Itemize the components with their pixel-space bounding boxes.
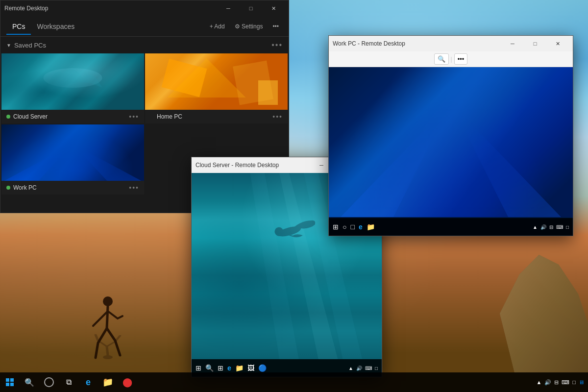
remote-cortana-icon[interactable]: ○ <box>343 223 346 231</box>
cloud-edge-icon[interactable]: e <box>227 364 231 372</box>
rd-app-minimize-button[interactable]: ─ <box>217 0 240 16</box>
cloud-notification-icon: □ <box>375 366 378 371</box>
remote-folder-icon[interactable]: 📁 <box>367 223 375 231</box>
cloud-taskview-icon[interactable]: ⊞ <box>218 364 223 372</box>
taskbar-taskview-button[interactable]: ⧉ <box>59 372 78 392</box>
remote-taskview-icon[interactable]: □ <box>350 223 354 231</box>
taskbar-edge-button[interactable]: e <box>78 372 98 392</box>
pc-card-home-pc[interactable]: Home PC ••• <box>145 53 288 123</box>
taskbar-search-button[interactable]: 🔍 <box>20 372 39 392</box>
more-button[interactable]: ••• <box>269 21 283 32</box>
svg-marker-6 <box>451 102 561 217</box>
saved-pcs-more-button[interactable]: ••• <box>271 41 283 49</box>
svg-point-13 <box>103 355 113 359</box>
remote-start-icon[interactable]: ⊞ <box>333 223 339 231</box>
cloud-search-icon[interactable]: 🔍 <box>205 364 214 372</box>
battery-tray-icon[interactable]: ⊟ <box>554 379 559 386</box>
pc-more-work-pc[interactable]: ••• <box>129 184 139 192</box>
remote-keyboard-icon: ⌨ <box>556 224 563 230</box>
tab-workspaces[interactable]: Workspaces <box>31 19 80 34</box>
remote-edge-icon[interactable]: e <box>359 223 363 231</box>
svg-marker-15 <box>500 255 588 372</box>
work-pc-toolbar-more[interactable]: ••• <box>454 53 468 65</box>
chevron-down-icon: ▼ <box>6 43 11 48</box>
remote-notification-icon: □ <box>566 224 569 230</box>
pc-label-cloud-server: Cloud Server ••• <box>1 110 144 123</box>
pc-name-work-pc: Work PC <box>13 184 129 191</box>
rd-app-tabs: PCs Workspaces + Add ⚙ Settings ••• <box>0 16 289 37</box>
work-pc-thumbnail <box>1 124 144 181</box>
pc-thumb-home-pc <box>145 53 288 110</box>
cloud-folder-icon[interactable]: 📁 <box>235 364 244 372</box>
pc-more-home-pc[interactable]: ••• <box>272 113 283 121</box>
settings-button[interactable]: ⚙ Settings <box>231 21 267 32</box>
remote-desktop-tray-icon[interactable]: 🖥 <box>579 379 584 385</box>
rd-app-close-button[interactable]: ✕ <box>262 0 285 16</box>
work-pc-remote-taskbar: ⊞ ○ □ e 📁 ▲ 🔊 ⊟ ⌨ □ <box>329 218 573 236</box>
cloud-photo-icon[interactable]: 🖼 <box>247 364 254 372</box>
status-dot-work-pc <box>6 186 10 190</box>
add-button[interactable]: + Add <box>206 21 229 32</box>
zoom-icon: 🔍 <box>438 55 445 63</box>
work-pc-window-title: Work PC - Remote Desktop <box>333 40 501 47</box>
rd-app-toolbar: + Add ⚙ Settings ••• <box>206 21 283 32</box>
edge-icon: e <box>86 377 91 388</box>
taskbar-folder-button[interactable]: 📁 <box>98 372 118 392</box>
remote-taskbar-right: ▲ 🔊 ⊟ ⌨ □ <box>533 224 569 230</box>
rd-app-titlebar: Remote Desktop ─ □ ✕ <box>0 0 289 16</box>
sound-tray-icon[interactable]: 🔊 <box>544 379 551 386</box>
folder-icon: 📁 <box>102 377 113 388</box>
remote-sound-icon: 🔊 <box>540 224 546 230</box>
svg-point-12 <box>103 296 113 306</box>
pc-more-cloud-server[interactable]: ••• <box>129 113 139 121</box>
rd-app-window-controls: ─ □ ✕ <box>217 0 285 16</box>
work-pc-remote-toolbar: 🔍 | ••• <box>329 51 573 67</box>
cloud-app-icon[interactable]: 🔵 <box>258 364 267 372</box>
pc-card-cloud-server[interactable]: Cloud Server ••• <box>1 53 144 123</box>
svg-marker-1 <box>168 58 246 98</box>
work-pc-minimize-button[interactable]: ─ <box>501 36 524 51</box>
work-pc-remote-content[interactable] <box>329 67 573 217</box>
windows10-wallpaper-beam <box>353 112 548 202</box>
keyboard-tray-icon[interactable]: ⌨ <box>562 379 569 386</box>
start-button[interactable] <box>0 372 20 392</box>
rd-app-title: Remote Desktop <box>4 5 217 12</box>
taskbar-cortana-button[interactable] <box>39 372 59 392</box>
tab-pcs[interactable]: PCs <box>6 19 31 34</box>
pc-name-home-pc: Home PC <box>157 113 272 120</box>
runner-silhouette <box>88 294 127 368</box>
cloud-server-window-title: Cloud Server - Remote Desktop <box>196 162 310 169</box>
work-pc-maximize-button[interactable]: □ <box>524 36 546 51</box>
taskbar-app-button[interactable]: ⬤ <box>118 372 137 392</box>
svg-point-10 <box>276 224 302 238</box>
pc-thumb-cloud-server <box>1 53 144 110</box>
cloud-keyboard-icon: ⌨ <box>365 366 372 371</box>
work-pc-titlebar: Work PC - Remote Desktop ─ □ ✕ <box>329 36 573 51</box>
taskbar: 🔍 ⧉ e 📁 ⬤ ▲ 🔊 ⊟ ⌨ □ 🖥 <box>0 372 588 392</box>
pc-name-cloud-server: Cloud Server <box>13 113 129 120</box>
toolbar-divider: | <box>451 56 452 63</box>
network-tray-icon[interactable]: ▲ <box>536 379 541 385</box>
svg-marker-4 <box>73 144 142 181</box>
windows-logo-icon <box>6 378 14 386</box>
system-tray: ▲ 🔊 ⊟ ⌨ □ 🖥 <box>536 379 588 386</box>
svg-marker-8 <box>250 173 298 359</box>
cloud-start-icon[interactable]: ⊞ <box>196 364 201 372</box>
pc-thumb-work-pc <box>1 124 144 181</box>
home-pc-thumbnail <box>145 53 288 110</box>
pc-label-home-pc: Home PC ••• <box>145 110 288 123</box>
pc-label-work-pc: Work PC ••• <box>1 181 144 195</box>
cloud-taskbar-right: ▲ 🔊 ⌨ □ <box>348 366 378 371</box>
svg-point-0 <box>44 68 102 88</box>
app-icon: ⬤ <box>122 377 132 388</box>
rd-app-maximize-button[interactable]: □ <box>240 0 262 16</box>
search-icon: 🔍 <box>24 378 34 387</box>
saved-pcs-header: ▼ Saved PCs ••• <box>0 37 289 53</box>
work-pc-close-button[interactable]: ✕ <box>546 36 569 51</box>
rock-formation <box>500 235 588 372</box>
notification-tray-icon[interactable]: □ <box>572 379 576 385</box>
pc-card-work-pc[interactable]: Work PC ••• <box>1 124 144 195</box>
work-pc-window-controls: ─ □ ✕ <box>501 36 569 51</box>
work-pc-zoom-button[interactable]: 🔍 <box>434 53 449 65</box>
cloud-server-thumbnail <box>1 53 144 110</box>
